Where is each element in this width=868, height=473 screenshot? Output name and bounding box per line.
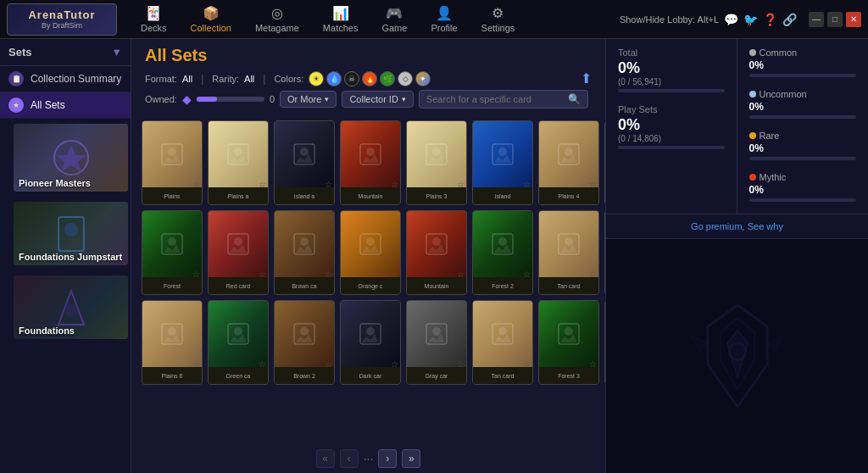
- svg-point-41: [300, 327, 309, 336]
- table-row[interactable]: Brown ca ☆: [274, 210, 335, 295]
- card-bottom: Plains 3: [407, 187, 466, 204]
- svg-point-25: [300, 237, 309, 246]
- settings-icon: ⚙: [492, 5, 504, 21]
- table-row[interactable]: Plains 4 ☆: [538, 120, 599, 205]
- table-row[interactable]: Gray car ☆: [406, 300, 467, 385]
- color-multi-icon[interactable]: ✦: [415, 71, 431, 86]
- table-row[interactable]: Red card ☆: [208, 210, 269, 295]
- twitter-icon[interactable]: 🐦: [743, 13, 758, 26]
- table-row[interactable]: Tan card ☆: [472, 300, 533, 385]
- table-row[interactable]: Brown 2 ☆: [274, 300, 335, 385]
- card-bottom: Island a: [275, 187, 334, 204]
- or-more-dropdown[interactable]: Or More: [280, 91, 337, 108]
- tab-matches[interactable]: 📊 Matches: [313, 2, 369, 36]
- search-input[interactable]: [426, 94, 568, 104]
- maximize-button[interactable]: □: [827, 12, 843, 27]
- table-row[interactable]: Plains a ☆: [208, 120, 269, 205]
- minimize-button[interactable]: —: [809, 12, 824, 27]
- rare-dot: [749, 132, 756, 139]
- playsets-label: Play Sets: [618, 104, 725, 114]
- card-star-icon: ☆: [325, 180, 332, 189]
- owned-label: Owned:: [145, 94, 177, 104]
- foundations-art[interactable]: Foundations: [14, 275, 128, 339]
- card-art: [341, 301, 400, 367]
- card-star-icon: ☆: [192, 359, 200, 369]
- color-black-icon[interactable]: ☠: [344, 71, 359, 86]
- table-row[interactable]: Forest 2 ☆: [472, 210, 533, 295]
- table-row[interactable]: Plains 6 ☆: [142, 300, 203, 385]
- table-row[interactable]: Island ☆: [472, 120, 533, 205]
- color-filter-icons: ☀ 💧 ☠ 🔥 🌿 ◇ ✦: [309, 71, 431, 86]
- card-grid-container[interactable]: Plains ☆ Plains a ☆ Island a ☆: [131, 117, 605, 444]
- search-icon[interactable]: 🔍: [568, 93, 581, 105]
- card-star-icon: ☆: [457, 270, 465, 279]
- svg-point-23: [234, 237, 242, 246]
- card-art: [142, 301, 202, 367]
- tab-settings[interactable]: ⚙ Settings: [471, 2, 526, 36]
- external-link-icon[interactable]: 🔗: [782, 13, 797, 26]
- tab-collection[interactable]: 📦 Collection: [181, 2, 242, 36]
- table-row[interactable]: Green ca ☆: [208, 300, 269, 385]
- svg-point-17: [565, 147, 573, 156]
- owned-range-slider[interactable]: [197, 97, 264, 102]
- collector-id-dropdown[interactable]: Collector ID: [342, 91, 413, 108]
- colors-label: Colors:: [274, 74, 303, 84]
- table-row[interactable]: Plains 3 ☆: [406, 120, 467, 205]
- color-green-icon[interactable]: 🌿: [380, 71, 395, 86]
- sidebar-item-collection-summary[interactable]: 📋 Collection Summary: [0, 66, 131, 92]
- card-bottom: Plains 4: [539, 187, 598, 204]
- table-row[interactable]: Red card ☆: [604, 210, 605, 295]
- common-value: 0%: [749, 59, 857, 71]
- help-icon[interactable]: ❓: [763, 13, 777, 26]
- search-box[interactable]: 🔍: [419, 90, 588, 109]
- sidebar-item-all-sets[interactable]: ★ All Sets: [0, 92, 131, 119]
- color-white-icon[interactable]: ☀: [309, 71, 324, 86]
- last-page-button[interactable]: »: [402, 449, 420, 468]
- tab-game[interactable]: 🎮 Game: [371, 2, 417, 36]
- tab-decks-label: Decks: [141, 23, 167, 33]
- table-row[interactable]: Plains ☆: [142, 120, 203, 205]
- color-colorless-icon[interactable]: ◇: [398, 71, 413, 86]
- table-row[interactable]: Island a ☆: [274, 120, 335, 205]
- mythic-dot: [749, 174, 756, 181]
- common-dot: [749, 49, 756, 56]
- card-art: [341, 121, 400, 187]
- filter-icon[interactable]: ▼: [111, 46, 122, 58]
- table-row[interactable]: Red 3 ☆: [604, 300, 605, 385]
- tab-decks[interactable]: 🃏 Decks: [131, 2, 177, 36]
- premium-label: Go premium, See why: [691, 221, 783, 231]
- tab-profile[interactable]: 👤 Profile: [420, 2, 467, 36]
- table-row[interactable]: Tan card ☆: [538, 210, 599, 295]
- card-star-icon: ☆: [325, 270, 332, 279]
- upload-icon[interactable]: ⬆: [581, 70, 592, 86]
- rare-bar: [749, 157, 857, 160]
- premium-link[interactable]: Go premium, See why: [606, 214, 868, 239]
- table-row[interactable]: Orange c ☆: [340, 210, 401, 295]
- tab-game-label: Game: [381, 23, 407, 33]
- format-all-link[interactable]: All: [182, 74, 192, 84]
- card-star-icon: ☆: [259, 270, 266, 279]
- next-page-button[interactable]: ›: [378, 449, 397, 468]
- pioneer-masters-art[interactable]: Pioneer Masters: [14, 124, 128, 192]
- prev-page-button[interactable]: ‹: [340, 449, 359, 468]
- table-row[interactable]: Mountain ☆: [406, 210, 467, 295]
- first-page-button[interactable]: «: [316, 449, 335, 468]
- table-row[interactable]: Dark car ☆: [340, 300, 401, 385]
- foundations-jumpstart-art[interactable]: Foundations Jumpstart: [14, 202, 128, 265]
- card-star-icon: ☆: [589, 270, 597, 279]
- card-art: [407, 121, 466, 187]
- tab-metagame[interactable]: ◎ Metagame: [245, 2, 309, 36]
- table-row[interactable]: Forest ☆: [142, 210, 203, 295]
- discord-icon[interactable]: 💬: [724, 13, 738, 26]
- color-red-icon[interactable]: 🔥: [362, 71, 377, 86]
- common-label: Common: [760, 47, 798, 58]
- table-row[interactable]: Forest 3 ☆: [538, 300, 599, 385]
- rarity-all-link[interactable]: All: [244, 74, 254, 84]
- page-dots: ···: [364, 452, 374, 465]
- close-button[interactable]: ✕: [846, 12, 861, 27]
- table-row[interactable]: Mountain ☆: [340, 120, 401, 205]
- mythic-rarity: Mythic 0%: [749, 172, 857, 202]
- svg-point-7: [234, 147, 242, 156]
- color-blue-icon[interactable]: 💧: [326, 71, 342, 86]
- table-row[interactable]: Plains 5 ☆: [604, 120, 605, 205]
